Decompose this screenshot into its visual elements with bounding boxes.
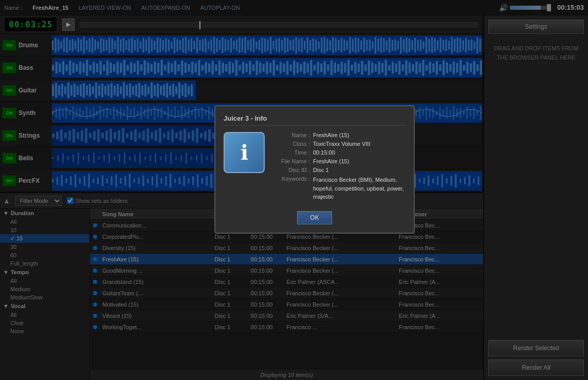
modal-row-filename: File Name : FreshAire (15) xyxy=(272,158,406,164)
modal-keywords-value: Francisco Becker (BMI), Medium, hopeful,… xyxy=(313,176,406,201)
modal-fields: Name : FreshAire (15) Class : ToxicTraxx… xyxy=(272,132,406,204)
modal-row-class: Class : ToxicTraxx Volume VIII xyxy=(272,141,406,147)
modal-body: ℹ Name : FreshAire (15) Class : ToxicTra… xyxy=(224,132,406,204)
modal-footer: OK xyxy=(224,211,406,224)
modal-name-value: FreshAire (15) xyxy=(313,132,406,138)
modal-name-label: Name : xyxy=(272,132,313,138)
modal-class-label: Class : xyxy=(272,141,313,147)
modal-row-discid: Disc ID : Disc 1 xyxy=(272,167,406,173)
modal-discid-label: Disc ID : xyxy=(272,167,313,173)
modal-discid-value: Disc 1 xyxy=(313,167,406,173)
modal-overlay[interactable]: Juicer 3 - Info ℹ Name : FreshAire (15) … xyxy=(0,0,588,380)
info-modal: Juicer 3 - Info ℹ Name : FreshAire (15) … xyxy=(214,105,415,234)
modal-ok-button[interactable]: OK xyxy=(297,211,332,224)
modal-time-value: 00:15:00 xyxy=(313,149,406,156)
modal-filename-value: FreshAire (15) xyxy=(313,158,406,164)
modal-time-label: Time : xyxy=(272,149,313,156)
modal-class-value: ToxicTraxx Volume VIII xyxy=(313,141,406,147)
modal-filename-label: File Name : xyxy=(272,158,313,164)
modal-row-keywords: Keywords : Francisco Becker (BMI), Mediu… xyxy=(272,176,406,201)
modal-icon: ℹ xyxy=(224,132,265,173)
modal-row-time: Time : 00:15:00 xyxy=(272,149,406,156)
modal-row-name: Name : FreshAire (15) xyxy=(272,132,406,138)
modal-keywords-label: Keywords : xyxy=(272,176,313,201)
modal-title: Juicer 3 - Info xyxy=(224,115,406,126)
